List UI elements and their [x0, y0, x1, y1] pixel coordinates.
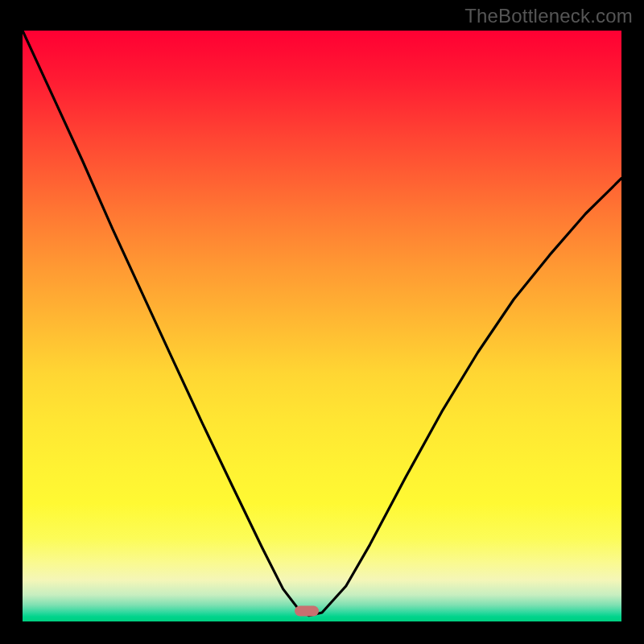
chart-frame: TheBottleneck.com — [0, 0, 644, 644]
bottleneck-curve — [23, 31, 621, 621]
watermark-text: TheBottleneck.com — [464, 5, 633, 27]
plot-area — [23, 31, 621, 621]
optimum-marker — [295, 605, 319, 616]
